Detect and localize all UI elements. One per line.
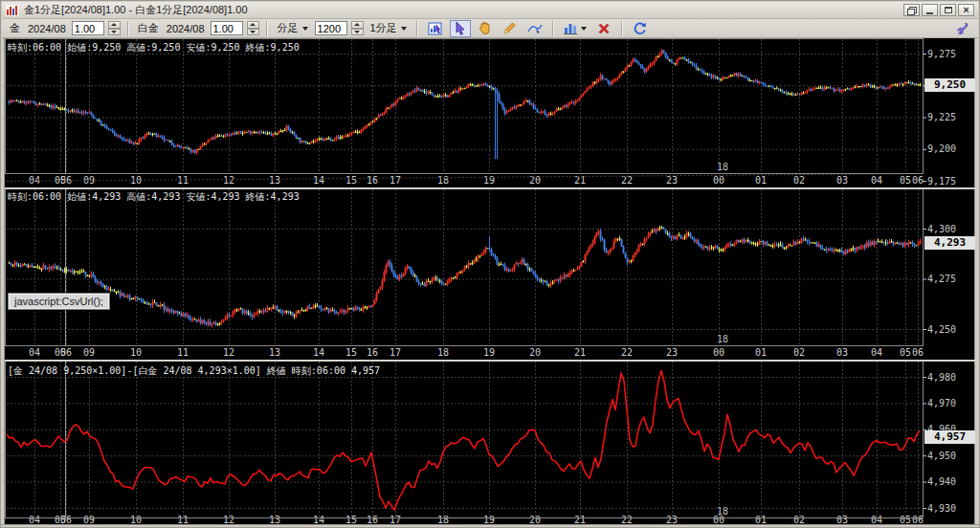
svg-text:21: 21 [574, 175, 586, 186]
svg-text:14: 14 [313, 347, 324, 358]
titlebar: 金1分足[2024/08]1.00 - 白金1分足[2024/08]1.00 × [2, 2, 978, 19]
svg-text:4,250: 4,250 [927, 324, 956, 335]
svg-text:19: 19 [483, 347, 495, 358]
draw-curve-button[interactable] [524, 20, 546, 37]
chart-cursor-button[interactable] [425, 20, 446, 37]
draw-line-button[interactable] [500, 20, 521, 37]
chevron-down-icon [302, 27, 308, 31]
pencil-icon [502, 21, 517, 35]
settings-wrench-icon [955, 21, 969, 35]
svg-text:4,950: 4,950 [927, 451, 956, 461]
curve-pen-icon [527, 21, 543, 35]
stepper-down-icon[interactable] [247, 29, 259, 36]
svg-text:06: 06 [60, 347, 72, 358]
svg-text:14: 14 [313, 175, 324, 186]
gold-current-price: 9,250 [924, 78, 975, 92]
svg-text:9,175: 9,175 [927, 176, 956, 187]
svg-text:16: 16 [367, 175, 378, 186]
chart-cursor-icon [428, 21, 443, 36]
maximize-button[interactable] [940, 4, 956, 16]
svg-text:13: 13 [269, 347, 280, 358]
close-button[interactable]: × [958, 4, 974, 16]
close-icon: × [963, 5, 969, 15]
charts-area: 0405060910111213141516171819202122230001… [5, 38, 976, 526]
svg-text:00: 00 [713, 175, 724, 186]
svg-text:05: 05 [900, 347, 911, 358]
svg-text:21: 21 [574, 347, 586, 358]
panel-separator[interactable] [5, 360, 976, 362]
svg-text:06: 06 [912, 347, 924, 358]
platinum-multiplier-input[interactable] [211, 21, 243, 35]
svg-text:4,300: 4,300 [927, 224, 956, 234]
window-frame [1, 524, 979, 527]
platinum-current-price: 4,293 [924, 236, 975, 250]
gold-month-label: 2024/08 [26, 23, 68, 34]
settings-button[interactable] [951, 20, 972, 37]
svg-text:20: 20 [529, 347, 541, 358]
bar-type-label: 分足 [278, 21, 299, 35]
bar-count-input[interactable] [315, 21, 347, 35]
bar-type-dropdown[interactable]: 分足 [275, 20, 311, 36]
stepper-down-icon[interactable] [108, 29, 121, 36]
svg-text:04: 04 [871, 175, 882, 186]
svg-text:4,930: 4,930 [927, 503, 956, 514]
svg-text:19: 19 [483, 175, 495, 186]
svg-text:03: 03 [836, 347, 848, 358]
svg-text:4,970: 4,970 [927, 398, 956, 408]
svg-text:00: 00 [713, 347, 724, 358]
svg-text:06: 06 [60, 175, 72, 186]
toolbar-separator [266, 21, 268, 36]
svg-text:04: 04 [29, 175, 40, 186]
interval-dropdown[interactable]: 1分足 [368, 20, 410, 36]
svg-text:06: 06 [912, 175, 924, 186]
stepper-up-icon[interactable] [108, 21, 121, 29]
toolbar-separator [621, 21, 623, 36]
svg-text:09: 09 [83, 347, 95, 358]
svg-text:17: 17 [390, 175, 401, 186]
svg-text:23: 23 [666, 175, 678, 186]
svg-text:22: 22 [621, 175, 633, 186]
svg-text:22: 22 [621, 347, 633, 358]
spread-info-line: [金 24/08 9,250×1.00]-[白金 24/08 4,293×1.0… [8, 364, 380, 378]
toolbar: 金 2024/08 白金 2024/08 分足 1分足 [2, 19, 978, 38]
platinum-info-line: 時刻:06:00 始値:4,293 高値:4,293 安値:4,293 終値:4… [8, 190, 300, 204]
gold-label: 金 [8, 21, 22, 35]
refresh-icon [633, 21, 647, 35]
platinum-multiplier-stepper[interactable] [247, 21, 259, 35]
panel-separator[interactable] [5, 187, 976, 189]
svg-text:4,275: 4,275 [927, 274, 956, 284]
svg-text:03: 03 [836, 175, 848, 186]
svg-text:15: 15 [345, 347, 357, 358]
svg-text:9,225: 9,225 [927, 112, 956, 122]
stepper-down-icon[interactable] [351, 29, 364, 36]
bar-style-icon [564, 21, 579, 35]
svg-text:4,940: 4,940 [927, 476, 956, 487]
svg-text:9,200: 9,200 [927, 143, 956, 154]
gold-multiplier-input[interactable] [72, 21, 104, 35]
svg-text:18: 18 [437, 347, 449, 358]
delete-drawings-button[interactable] [593, 20, 614, 37]
stepper-up-icon[interactable] [247, 21, 259, 29]
toolbar-separator [127, 21, 129, 36]
bar-count-stepper[interactable] [351, 21, 364, 35]
svg-text:04: 04 [871, 347, 882, 358]
interval-label: 1分足 [370, 21, 397, 35]
chart-style-button[interactable] [561, 20, 590, 37]
chart-window: 金1分足[2024/08]1.00 - 白金1分足[2024/08]1.00 ×… [0, 0, 980, 528]
minimize-button[interactable] [922, 4, 938, 16]
pan-tool-button[interactable] [475, 20, 496, 37]
svg-text:18: 18 [717, 334, 728, 344]
window-frame [1, 38, 5, 527]
window-title: 金1分足[2024/08]1.00 - 白金1分足[2024/08]1.00 [24, 3, 248, 17]
svg-text:11: 11 [177, 347, 189, 358]
svg-text:18: 18 [437, 175, 449, 186]
refresh-button[interactable] [630, 20, 651, 37]
select-tool-button[interactable] [450, 20, 471, 37]
gold-multiplier-stepper[interactable] [108, 21, 121, 35]
stepper-up-icon[interactable] [351, 21, 364, 29]
toolbar-separator [552, 21, 554, 36]
charts-canvas[interactable]: 0405060910111213141516171819202122230001… [5, 38, 976, 526]
window-frame [974, 38, 979, 527]
app-icon [6, 5, 19, 16]
new-window-button[interactable] [903, 4, 920, 16]
